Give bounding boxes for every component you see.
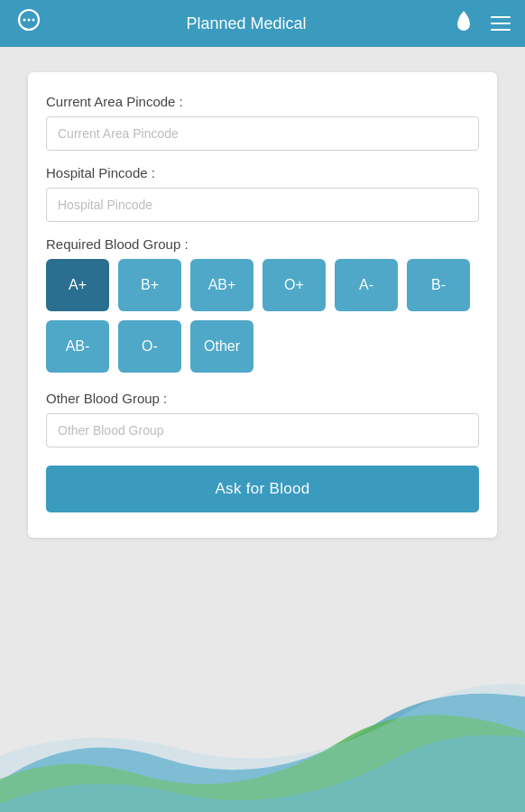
ask-for-blood-button[interactable]: Ask for Blood — [46, 466, 479, 512]
menu-icon[interactable] — [491, 16, 511, 31]
blood-group-btn-other[interactable]: Other — [190, 320, 253, 373]
hospital-pincode-label: Hospital Pincode : — [46, 165, 479, 180]
blood-group-btn-ominus[interactable]: O- — [118, 320, 181, 373]
chat-icon[interactable] — [14, 8, 43, 39]
blood-group-label: Required Blood Group : — [46, 236, 479, 252]
blood-group-btn-bminus[interactable]: B- — [407, 259, 470, 311]
hospital-pincode-input[interactable] — [46, 188, 479, 222]
svg-point-3 — [32, 19, 35, 22]
current-pincode-input[interactable] — [46, 116, 479, 151]
svg-point-1 — [23, 19, 26, 22]
other-blood-group-label: Other Blood Group : — [46, 391, 479, 406]
other-blood-group-input[interactable] — [46, 413, 479, 448]
blood-group-btn-aminus[interactable]: A- — [335, 259, 398, 311]
main-card: Current Area Pincode : Hospital Pincode … — [28, 72, 497, 538]
app-header: Planned Medical — [0, 0, 525, 47]
blood-group-btn-abplus[interactable]: AB+ — [190, 259, 253, 311]
blood-group-btn-abminus[interactable]: AB- — [46, 320, 109, 373]
droplet-icon[interactable] — [449, 9, 478, 38]
blood-group-btn-oplus[interactable]: O+ — [262, 259, 326, 311]
decorative-waves — [0, 559, 525, 812]
blood-group-grid: A+B+AB+O+A-B-AB-O-Other — [46, 259, 479, 373]
svg-point-2 — [28, 19, 31, 22]
blood-group-btn-aplus[interactable]: A+ — [46, 259, 109, 311]
header-title: Planned Medical — [43, 14, 449, 33]
current-pincode-label: Current Area Pincode : — [46, 94, 479, 109]
blood-group-btn-bplus[interactable]: B+ — [118, 259, 181, 311]
